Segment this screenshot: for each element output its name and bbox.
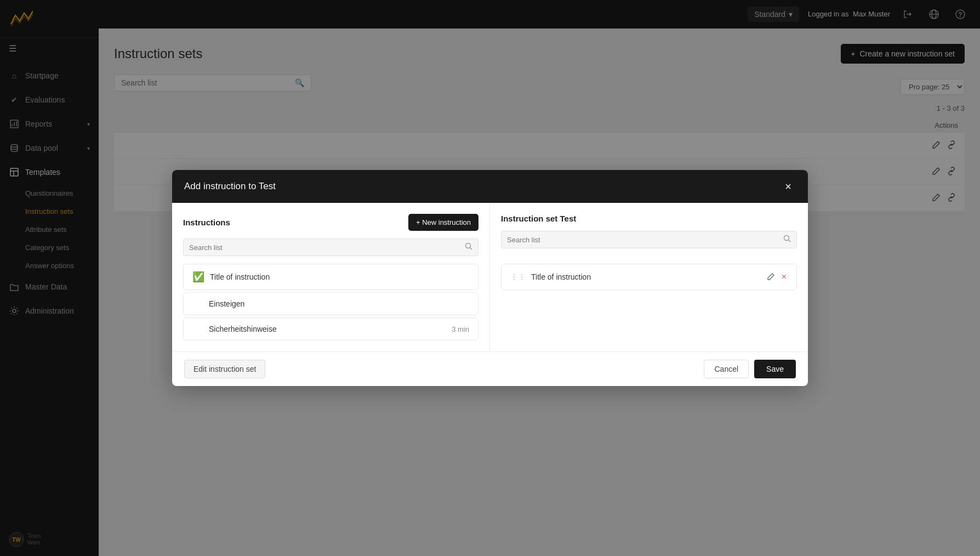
left-search-input[interactable] xyxy=(189,243,460,252)
drag-handle-icon[interactable]: ⋮⋮ xyxy=(510,273,526,281)
search-icon xyxy=(465,242,472,252)
new-instruction-label: + New instruction xyxy=(416,218,471,226)
modal-body: Instructions + New instruction xyxy=(172,203,808,351)
modal-header: Add instruction to Test × xyxy=(172,170,808,203)
instructions-panel: Instructions + New instruction xyxy=(172,203,490,351)
item-title: Einsteigen xyxy=(209,299,469,308)
save-label: Save xyxy=(766,365,784,373)
svg-point-16 xyxy=(466,243,471,248)
item-title: Title of instruction xyxy=(210,273,469,281)
item-title: Sicherheitshinweise xyxy=(209,325,446,333)
right-search-input[interactable] xyxy=(507,236,779,244)
left-search-bar xyxy=(183,239,478,256)
list-item[interactable]: Sicherheitshinweise 3 min xyxy=(183,317,478,341)
right-item-actions: × xyxy=(766,271,788,283)
check-circle-icon: ✅ xyxy=(192,271,204,283)
right-item-edit-button[interactable] xyxy=(766,271,776,283)
save-button[interactable]: Save xyxy=(754,360,796,378)
svg-point-18 xyxy=(784,236,789,241)
svg-line-17 xyxy=(470,248,472,250)
edit-instruction-set-button[interactable]: Edit instruction set xyxy=(184,360,265,378)
item-duration: 3 min xyxy=(452,325,469,333)
panel-left-header: Instructions + New instruction xyxy=(183,214,478,231)
modal-close-button[interactable]: × xyxy=(780,179,796,194)
edit-instruction-set-label: Edit instruction set xyxy=(193,365,256,373)
new-instruction-button[interactable]: + New instruction xyxy=(408,214,478,231)
list-item[interactable]: ✅ Title of instruction xyxy=(183,264,478,290)
panel-right-title: Instruction set Test xyxy=(501,214,576,223)
right-search-bar xyxy=(501,231,797,248)
search-icon xyxy=(783,235,791,245)
list-item[interactable]: Einsteigen xyxy=(183,292,478,315)
right-list-item: ⋮⋮ Title of instruction × xyxy=(501,264,797,290)
cancel-label: Cancel xyxy=(714,365,738,373)
modal-footer: Edit instruction set Cancel Save xyxy=(172,351,808,386)
modal: Add instruction to Test × Instructions xyxy=(172,170,808,386)
right-item-title: Title of instruction xyxy=(531,273,761,281)
instruction-set-panel: Instruction set Test xyxy=(490,203,808,351)
right-item-list: ⋮⋮ Title of instruction × xyxy=(501,264,797,341)
instruction-list: ✅ Title of instruction Einsteigen xyxy=(183,264,478,341)
svg-line-19 xyxy=(789,240,791,242)
panel-right-header: Instruction set Test xyxy=(501,214,797,223)
panel-left-title: Instructions xyxy=(183,218,230,227)
right-item-remove-button[interactable]: × xyxy=(780,271,788,283)
cancel-button[interactable]: Cancel xyxy=(704,360,749,378)
modal-overlay: Add instruction to Test × Instructions xyxy=(99,29,980,556)
close-icon: × xyxy=(785,180,791,193)
footer-right-actions: Cancel Save xyxy=(704,360,796,378)
modal-title: Add instruction to Test xyxy=(184,181,276,192)
main-content: Instruction sets + Create a new instruct… xyxy=(99,29,980,556)
